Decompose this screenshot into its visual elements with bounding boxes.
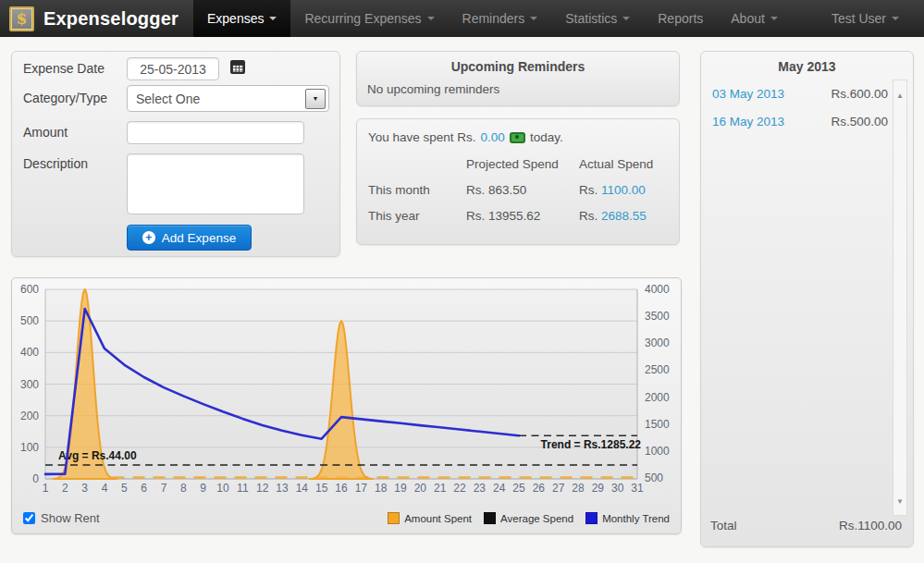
svg-text:19: 19 [394, 482, 407, 495]
list-item: 16 May 2013 Rs.500.00 [707, 107, 893, 135]
svg-text:28: 28 [572, 482, 585, 495]
svg-text:1: 1 [43, 482, 49, 495]
svg-text:600: 600 [20, 283, 39, 296]
svg-text:6: 6 [141, 482, 147, 495]
amount-label: Amount [23, 125, 68, 140]
svg-text:5: 5 [121, 482, 128, 495]
plus-circle-icon: + [142, 231, 155, 244]
dropdown-arrow-icon[interactable]: ▼ [305, 89, 326, 109]
svg-text:27: 27 [552, 482, 565, 495]
chevron-down-icon [427, 17, 435, 20]
brand[interactable]: $ Expenselogger [0, 0, 193, 37]
description-input[interactable] [127, 153, 304, 214]
svg-text:500: 500 [20, 314, 39, 327]
svg-text:100: 100 [20, 441, 39, 454]
expense-chart: 0100200300400500600500100015002000250030… [12, 278, 683, 505]
svg-text:13: 13 [276, 482, 289, 495]
show-rent-checkbox[interactable] [23, 512, 35, 524]
legend-amount-spent: Amount Spent [388, 512, 472, 524]
month-total-row: Total Rs.1100.00 [710, 519, 902, 532]
description-label: Description [23, 156, 88, 171]
nav-recurring-expenses[interactable]: Recurring Expenses [290, 0, 448, 37]
nav-about-label: About [731, 11, 765, 26]
svg-text:2: 2 [62, 482, 68, 495]
show-rent-label: Show Rent [41, 511, 100, 525]
user-menu[interactable]: Test User [818, 0, 913, 37]
svg-text:400: 400 [20, 346, 39, 359]
app-logo-dollar-icon: $ [9, 6, 34, 31]
expense-date-link[interactable]: 03 May 2013 [712, 87, 784, 101]
svg-text:16: 16 [335, 482, 348, 495]
app-title: Expenselogger [43, 8, 179, 30]
list-scrollbar[interactable]: ▲ ▼ [893, 80, 907, 516]
row-this-month-projected: Rs. 863.50 [466, 183, 579, 197]
col-actual-spend: Actual Spend [579, 157, 668, 171]
legend-monthly-trend: Monthly Trend [585, 512, 670, 524]
category-selected-value: Select One [128, 92, 305, 106]
scroll-up-icon[interactable]: ▲ [893, 92, 906, 100]
add-expense-button-label: Add Expense [162, 231, 236, 245]
svg-text:17: 17 [355, 482, 368, 495]
nav-expenses[interactable]: Expenses [193, 0, 290, 37]
svg-text:12: 12 [256, 482, 269, 495]
svg-text:24: 24 [493, 482, 506, 495]
calendar-icon[interactable] [230, 60, 245, 74]
no-reminders-text: No upcoming reminders [357, 74, 679, 96]
svg-text:1500: 1500 [645, 418, 670, 431]
svg-text:26: 26 [533, 482, 546, 495]
svg-text:2500: 2500 [645, 363, 670, 376]
spent-today-prefix: You have spent Rs. [368, 130, 476, 144]
spent-today-suffix: today. [530, 130, 563, 144]
svg-text:30: 30 [611, 482, 624, 495]
amount-input[interactable] [127, 121, 304, 144]
chart-legend: Amount Spent Average Spend Monthly Trend [388, 512, 670, 524]
nav-reminders[interactable]: Reminders [449, 0, 552, 37]
svg-text:4000: 4000 [645, 283, 670, 296]
expense-date-link[interactable]: 16 May 2013 [712, 115, 784, 129]
row-this-year-projected: Rs. 13955.62 [466, 209, 579, 223]
svg-text:10: 10 [216, 482, 229, 495]
chevron-down-icon [770, 17, 778, 20]
nav-reports[interactable]: Reports [644, 0, 717, 37]
row-this-year-label: This year [368, 209, 466, 223]
svg-text:20: 20 [414, 482, 427, 495]
month-panel-title: May 2013 [701, 52, 913, 74]
row-this-month-label: This month [368, 183, 466, 197]
svg-text:15: 15 [315, 482, 328, 495]
nav-about[interactable]: About [717, 0, 792, 37]
monthly-trend-swatch [585, 512, 598, 524]
user-menu-label: Test User [832, 11, 886, 26]
nav-statistics[interactable]: Statistics [551, 0, 644, 37]
spend-summary-table: Projected Spend Actual Spend This month … [357, 144, 679, 223]
svg-text:200: 200 [20, 410, 39, 422]
svg-text:23: 23 [474, 482, 487, 495]
svg-text:25: 25 [512, 482, 525, 495]
upcoming-reminders-panel: Upcoming Reminders No upcoming reminders [356, 51, 680, 106]
total-label: Total [710, 519, 737, 532]
nav-reminders-label: Reminders [462, 11, 525, 26]
legend-average-spend: Average Spend [484, 512, 573, 524]
show-rent-toggle[interactable]: Show Rent [23, 511, 100, 525]
amount-spent-swatch [388, 512, 400, 524]
category-select[interactable]: Select One ▼ [127, 85, 329, 112]
chevron-down-icon [530, 17, 537, 20]
nav-reports-label: Reports [658, 11, 703, 26]
svg-text:500: 500 [645, 471, 663, 484]
svg-text:21: 21 [434, 482, 447, 495]
svg-text:4: 4 [102, 482, 108, 495]
svg-text:0: 0 [32, 472, 39, 485]
svg-text:9: 9 [200, 482, 206, 495]
svg-text:2000: 2000 [645, 391, 670, 404]
add-expense-button[interactable]: + Add Expense [127, 225, 252, 251]
chart-footer: Show Rent Amount Spent Average Spend Mon… [12, 503, 681, 533]
svg-text:1000: 1000 [645, 445, 670, 458]
month-expenses-panel: May 2013 03 May 2013 Rs.600.00 16 May 20… [700, 51, 914, 547]
svg-text:300: 300 [20, 378, 39, 391]
scroll-down-icon[interactable]: ▼ [893, 497, 906, 506]
col-projected-spend: Projected Spend [466, 157, 579, 171]
chevron-down-icon [622, 17, 630, 20]
svg-text:11: 11 [237, 482, 249, 495]
spend-summary-panel: You have spent Rs. 0.00 today. Projected… [356, 118, 680, 245]
total-amount: Rs.1100.00 [839, 519, 902, 532]
expense-date-input[interactable] [127, 57, 219, 80]
